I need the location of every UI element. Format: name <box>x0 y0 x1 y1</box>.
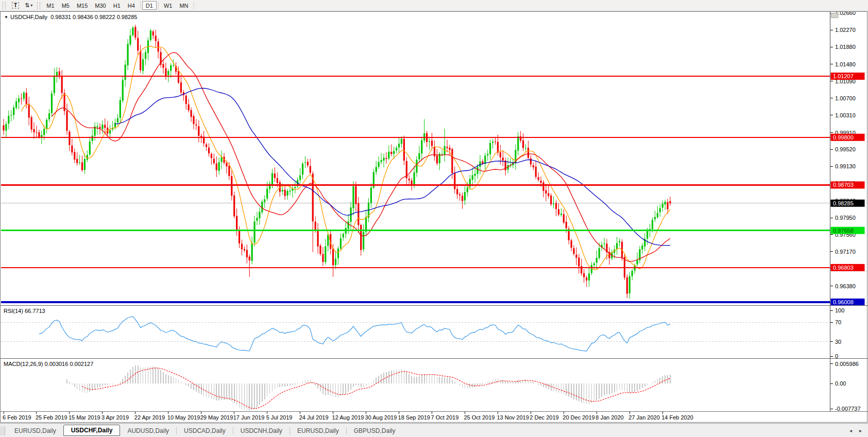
price-tick-label: 1.00700 <box>835 95 856 101</box>
tab-eurusd-daily[interactable]: EURUSD,Daily <box>290 425 346 436</box>
date-tick-label: 6 Feb 2019 <box>3 414 31 421</box>
date-tick-label: 3 Apr 2019 <box>101 414 129 421</box>
date-tick-label: 25 Oct 2019 <box>464 414 495 421</box>
date-tick-label: 17 Jun 2019 <box>233 414 265 421</box>
toolbar-separator <box>158 2 159 9</box>
swap-arrows-icon: ⇅ <box>25 2 29 9</box>
axis-scroll-button[interactable] <box>831 13 838 18</box>
ohlc-values: 0.98331 0.98436 0.98222 0.98285 <box>50 14 137 20</box>
price-tick-label: 0.97170 <box>835 249 856 255</box>
symbol-dropdown-icon[interactable]: ▼ <box>4 15 8 20</box>
candlestick-series <box>3 25 671 299</box>
rsi-tick-label: 30 <box>835 339 841 345</box>
date-tick-label: 13 Nov 2019 <box>497 414 529 421</box>
date-tick-label: 18 Sep 2019 <box>398 414 430 421</box>
date-tick-label: 27 Jan 2020 <box>628 414 660 421</box>
timeframe-h4-button[interactable]: H4 <box>124 1 139 10</box>
date-tick-label: 2 Dec 2019 <box>530 414 558 421</box>
toolbar-grip[interactable] <box>3 2 6 9</box>
toolbar-separator <box>194 2 194 9</box>
price-level-label: 1.01207 <box>831 73 865 80</box>
timeframe-m5-button[interactable]: M5 <box>58 1 73 10</box>
toolbar-separator <box>140 2 141 9</box>
rsi-tick-label: 70 <box>835 319 841 325</box>
text-tool-button[interactable]: T <box>10 1 21 10</box>
timeframe-mn-button[interactable]: MN <box>176 1 192 10</box>
price-level-label: 0.98703 <box>831 181 865 188</box>
price-tick-label: 0.97950 <box>835 215 856 221</box>
price-level-label: 0.96008 <box>831 299 865 306</box>
date-tick-label: 22 Apr 2019 <box>134 414 165 421</box>
rsi-indicator-label: RSI(14) 66.7713 <box>4 308 45 314</box>
price-level-label: 0.97658 <box>831 227 865 234</box>
svg-text:0.97658: 0.97658 <box>833 228 854 234</box>
rsi-pane: 10070300 <box>1 307 844 359</box>
macd-pane: 0.0059860.00-0.007737 <box>67 361 861 412</box>
date-tick-label: 7 Oct 2019 <box>431 414 458 421</box>
top-toolbar: T ⇅ ▾ M1M5M15M30H1H4D1W1MN <box>0 0 868 11</box>
date-tick-label: 30 Aug 2019 <box>365 414 397 421</box>
tabs-scroll-left-icon[interactable]: ◂ <box>849 428 852 433</box>
tab-gbpusd-daily[interactable]: GBPUSD,Daily <box>347 425 403 436</box>
date-tick-label: 15 Mar 2019 <box>69 414 100 421</box>
svg-text:0.99800: 0.99800 <box>833 134 854 141</box>
svg-text:1.01207: 1.01207 <box>833 73 854 79</box>
date-tick-label: 29 May 2019 <box>200 414 233 421</box>
timeframe-toolbar: M1M5M15M30H1H4D1W1MN <box>43 0 192 12</box>
toolbar-grip[interactable] <box>37 2 40 9</box>
chevron-down-icon: ▾ <box>30 3 32 8</box>
svg-text:0.98703: 0.98703 <box>833 182 854 188</box>
price-tick-label: 1.01880 <box>835 44 856 50</box>
date-tick-label: 12 Aug 2019 <box>332 414 364 421</box>
timeframe-h1-button[interactable]: H1 <box>110 1 124 10</box>
tabs-scroll-right-icon[interactable]: ▸ <box>859 428 862 433</box>
price-level-label: 0.98285 <box>831 200 865 207</box>
timeframe-m15-button[interactable]: M15 <box>73 1 91 10</box>
date-tick-label: 8 Jan 2020 <box>595 414 623 421</box>
timeframe-d1-button[interactable]: D1 <box>142 1 157 10</box>
chart-window[interactable]: 1.026601.022701.018801.014801.010901.007… <box>0 11 868 423</box>
chart-window-border <box>1 12 867 423</box>
macd-indicator-label: MACD(12,26,9) 0.003016 0.002127 <box>4 361 93 367</box>
rsi-line <box>39 317 670 351</box>
macd-tick-label: 0.005986 <box>835 361 859 367</box>
chart-title[interactable]: ▼USDCHF,Daily 0.98331 0.98436 0.98222 0.… <box>4 14 137 20</box>
tab-audusd-daily[interactable]: AUDUSD,Daily <box>120 425 176 436</box>
price-chart-canvas[interactable]: 1.026601.022701.018801.014801.010901.007… <box>0 11 868 423</box>
macd-tick-label: 0.00 <box>835 380 846 387</box>
price-tick-label: 0.99130 <box>835 163 856 169</box>
text-tool-icon: T <box>12 2 19 9</box>
date-tick-label: 25 Feb 2019 <box>36 414 67 421</box>
arrows-tool-button[interactable]: ⇅ ▾ <box>23 1 35 10</box>
tab-usdchf-daily[interactable]: USDCHF,Daily <box>63 425 121 436</box>
symbol-name: USDCHF,Daily <box>10 14 47 20</box>
timeframe-w1-button[interactable]: W1 <box>160 1 176 10</box>
date-tick-label: 24 Jul 2019 <box>299 414 329 421</box>
price-tick-label: 0.99520 <box>835 146 856 152</box>
macd-tick-label: -0.007737 <box>835 406 861 412</box>
rsi-tick-label: 100 <box>835 307 844 313</box>
price-tick-label: 1.00310 <box>835 112 856 118</box>
date-tick-label: 14 Feb 2020 <box>661 414 693 421</box>
macd-signal-line <box>82 368 671 409</box>
tab-stub <box>0 426 5 435</box>
svg-text:0.96803: 0.96803 <box>833 265 854 271</box>
price-tick-label: 0.96380 <box>835 283 856 289</box>
svg-text:0.96008: 0.96008 <box>833 299 854 305</box>
date-axis: 6 Feb 201925 Feb 201915 Mar 20193 Apr 20… <box>3 412 693 421</box>
tab-usdcnh-daily[interactable]: USDCNH,Daily <box>233 425 290 436</box>
svg-text:0.98285: 0.98285 <box>833 200 854 206</box>
price-level-label: 0.99800 <box>831 134 865 141</box>
price-tick-label: 1.01480 <box>835 61 856 67</box>
date-tick-label: 10 May 2019 <box>167 414 200 421</box>
date-tick-label: 20 Dec 2019 <box>563 414 594 421</box>
chart-tabbar-tabs: EURUSD,DailyUSDCHF,DailyAUDUSD,DailyUSDC… <box>7 424 402 437</box>
tab-eurusd-daily[interactable]: EURUSD,Daily <box>7 425 63 436</box>
timeframe-m30-button[interactable]: M30 <box>91 1 109 10</box>
price-level-label: 0.96803 <box>831 264 865 271</box>
chart-tabs-bar: EURUSD,DailyUSDCHF,DailyAUDUSD,DailyUSDC… <box>0 423 868 437</box>
timeframe-m1-button[interactable]: M1 <box>43 1 58 10</box>
price-tick-label: 1.02270 <box>835 27 856 33</box>
date-tick-label: 5 Jul 2019 <box>266 414 293 421</box>
tab-usdcad-daily[interactable]: USDCAD,Daily <box>177 425 233 436</box>
